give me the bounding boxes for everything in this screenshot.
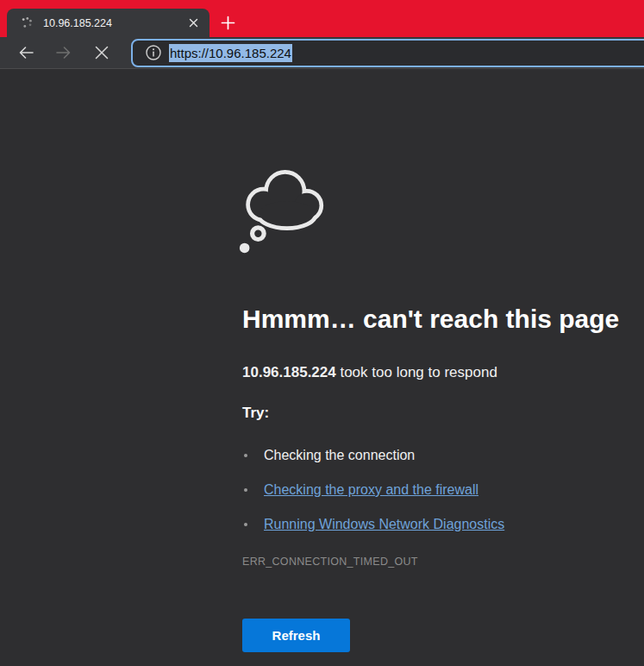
bullet-icon — [244, 454, 247, 457]
try-label: Try: — [242, 405, 269, 422]
browser-toolbar: https://10.96.185.224 — [0, 37, 644, 69]
suggestion-item: Running Windows Network Diagnostics — [244, 507, 504, 542]
error-host: 10.96.185.224 — [242, 364, 336, 380]
thought-cloud-icon — [231, 162, 330, 257]
info-icon[interactable] — [145, 44, 162, 61]
suggestion-item: Checking the connection — [244, 438, 504, 473]
network-diagnostics-link[interactable]: Running Windows Network Diagnostics — [264, 517, 504, 532]
error-page: Hmmm… can't reach this page 10.96.185.22… — [0, 69, 644, 665]
proxy-firewall-link[interactable]: Checking the proxy and the firewall — [264, 482, 478, 498]
forward-button[interactable] — [52, 41, 76, 65]
error-subtitle-rest: took too long to respond — [336, 364, 497, 380]
tab-close-icon[interactable] — [185, 16, 201, 31]
suggestion-item: Checking the proxy and the firewall — [244, 473, 504, 507]
plus-icon — [221, 16, 235, 30]
new-tab-button[interactable] — [216, 10, 240, 35]
address-bar[interactable]: https://10.96.185.224 — [131, 39, 644, 67]
bullet-icon — [244, 523, 247, 526]
tab-title: 10.96.185.224 — [43, 17, 185, 29]
error-title: Hmmm… can't reach this page — [242, 304, 619, 335]
loading-spinner-icon — [19, 16, 34, 31]
error-code: ERR_CONNECTION_TIMED_OUT — [242, 556, 418, 568]
refresh-button[interactable]: Refresh — [242, 619, 350, 652]
error-subtitle: 10.96.185.224 took too long to respond — [242, 362, 497, 383]
bullet-icon — [244, 488, 247, 492]
suggestion-text: Checking the connection — [264, 448, 415, 463]
url-selected-text: https://10.96.185.224 — [169, 44, 292, 62]
forward-arrow-icon — [55, 44, 72, 61]
browser-tab[interactable]: 10.96.185.224 — [7, 9, 209, 37]
back-button[interactable] — [14, 41, 38, 65]
stop-button[interactable] — [90, 41, 114, 65]
back-arrow-icon — [17, 44, 34, 61]
tab-strip: 10.96.185.224 — [0, 0, 644, 37]
url-input[interactable]: https://10.96.185.224 — [169, 46, 292, 60]
suggestion-list: Checking the connection Checking the pro… — [244, 438, 504, 542]
stop-x-icon — [94, 45, 109, 60]
